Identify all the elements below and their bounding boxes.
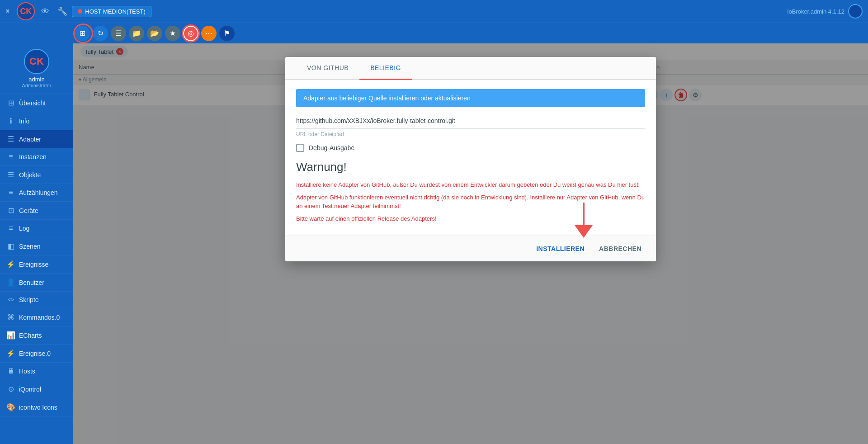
benutzer-icon: 👤 xyxy=(6,278,15,287)
toolbar-folder-btn[interactable]: 📁 xyxy=(129,26,144,41)
main-area: fully Tablet × Name Installiert Verfügba… xyxy=(73,43,868,444)
app-logo: CK xyxy=(17,2,35,20)
sidebar-item-kommandos[interactable]: ⌘ Kommandos.0 xyxy=(0,308,73,326)
debug-label: Debug-Ausgabe xyxy=(309,144,354,151)
host-btn-label: HOST MEDION(TEST) xyxy=(85,8,145,15)
host-button[interactable]: HOST MEDION(TEST) xyxy=(72,6,151,17)
user-avatar-top[interactable] xyxy=(848,4,863,19)
admin-version-label: ioBroker.admin 4.1.12 xyxy=(788,8,844,15)
tab-beliebig[interactable]: BELIEBIG xyxy=(359,57,412,80)
sidebar-item-label: Benutzer xyxy=(19,279,44,286)
toolbar-circle-btn[interactable]: ◎ xyxy=(183,26,198,41)
echarts-icon: 📊 xyxy=(6,331,15,340)
objekte-icon: ☰ xyxy=(6,170,15,179)
sidebar-item-info[interactable]: ℹ Info xyxy=(0,112,73,130)
iqontrol-icon: ⊙ xyxy=(6,385,15,393)
sidebar-item-icontwo[interactable]: 🎨 icontwo Icons xyxy=(0,398,73,416)
toolbar-star-btn[interactable]: ★ xyxy=(165,26,180,41)
sidebar-role: Administrator xyxy=(22,83,52,88)
content-area: CK admin Administrator ⊞ Übersicht ℹ Inf… xyxy=(0,43,868,444)
sidebar-avatar: CK xyxy=(24,49,49,74)
toolbar-refresh-btn[interactable]: ↻ xyxy=(93,26,108,41)
sidebar-item-echarts[interactable]: 📊 ECharts xyxy=(0,326,73,345)
hosts-icon: 🖥 xyxy=(6,367,15,375)
sidebar-item-label: icontwo Icons xyxy=(19,404,57,411)
close-icon[interactable]: × xyxy=(5,7,9,15)
aufzahlungen-icon: ≡ xyxy=(6,189,15,197)
toolbar-flag-btn[interactable]: ⚑ xyxy=(219,26,235,41)
modal-backdrop: VON GITHUB BELIEBIG Adapter aus beliebig… xyxy=(73,43,868,444)
debug-checkbox[interactable] xyxy=(296,144,304,152)
url-placeholder-label: URL oder Dateipfad xyxy=(296,131,645,137)
sidebar-username: admin xyxy=(28,76,44,83)
sidebar-item-szenen[interactable]: ◧ Szenen xyxy=(0,237,73,255)
kommandos-icon: ⌘ xyxy=(6,313,15,321)
top-bar-right: ioBroker.admin 4.1.12 xyxy=(788,4,863,19)
sidebar-item-label: Info xyxy=(19,118,29,125)
sidebar-item-label: Objekte xyxy=(19,171,41,179)
log-icon: ≡ xyxy=(6,224,15,232)
toolbar-folder2-btn[interactable]: 📂 xyxy=(147,26,162,41)
info-banner: Adapter aus beliebiger Quelle installier… xyxy=(296,89,645,107)
warning-line-1: Installiere keine Adapter von GitHub, au… xyxy=(296,180,645,189)
sidebar-item-skripte[interactable]: <> Skripte xyxy=(0,292,73,308)
sidebar-item-hosts[interactable]: 🖥 Hosts xyxy=(0,363,73,380)
adapter-icon: ☰ xyxy=(6,135,15,143)
sidebar-item-label: Szenen xyxy=(19,243,40,250)
modal-body: Adapter aus beliebiger Quelle installier… xyxy=(285,80,656,236)
sidebar-item-benutzer[interactable]: 👤 Benutzer xyxy=(0,274,73,292)
sidebar-item-ereignisse[interactable]: ⚡ Ereignisse xyxy=(0,255,73,274)
sidebar: CK admin Administrator ⊞ Übersicht ℹ Inf… xyxy=(0,43,73,444)
sidebar-item-label: iQontrol xyxy=(19,386,41,393)
skripte-icon: <> xyxy=(6,297,15,303)
warning-title: Warnung! xyxy=(296,160,645,174)
sidebar-item-label: ECharts xyxy=(19,332,42,339)
toolbar-home-btn[interactable]: ⊞ xyxy=(75,26,90,41)
debug-checkbox-row: Debug-Ausgabe xyxy=(296,144,645,152)
szenen-icon: ◧ xyxy=(6,242,15,250)
modal-tabs: VON GITHUB BELIEBIG xyxy=(285,57,656,80)
sidebar-item-adapter[interactable]: ☰ Adapter xyxy=(0,130,73,148)
ereignisse0-icon: ⚡ xyxy=(6,349,15,358)
warning-line-3: Bitte warte auf einen offiziellen Releas… xyxy=(296,214,645,223)
warning-line-2: Adapter von GitHub funktionieren eventue… xyxy=(296,193,645,211)
sidebar-item-label: Hosts xyxy=(19,368,35,375)
toolbar-list-btn[interactable]: ☰ xyxy=(111,26,126,41)
sidebar-item-ubersicht[interactable]: ⊞ Übersicht xyxy=(0,94,73,112)
install-button[interactable]: INSTALLIEREN xyxy=(531,241,590,256)
second-toolbar: ⊞ ↻ ☰ 📁 📂 ★ ◎ ⋯ ⚑ xyxy=(0,23,868,43)
sidebar-user: CK admin Administrator xyxy=(0,43,73,94)
icontwo-icon: 🎨 xyxy=(6,403,15,411)
ubersicht-icon: ⊞ xyxy=(6,99,15,107)
host-status-dot xyxy=(78,9,82,14)
sidebar-item-label: Geräte xyxy=(19,207,38,214)
sidebar-item-objekte[interactable]: ☰ Objekte xyxy=(0,166,73,184)
info-icon: ℹ xyxy=(6,117,15,125)
top-bar-icons: 👁 🔧 xyxy=(41,6,67,16)
sidebar-item-label: Aufzählungen xyxy=(19,189,58,196)
eye-icon[interactable]: 👁 xyxy=(41,7,49,16)
toolbar-dots-btn[interactable]: ⋯ xyxy=(201,26,217,41)
instanzen-icon: ≡ xyxy=(6,153,15,161)
url-input[interactable] xyxy=(296,115,645,126)
sidebar-item-label: Übersicht xyxy=(19,99,46,107)
sidebar-item-log[interactable]: ≡ Log xyxy=(0,220,73,237)
sidebar-item-label: Skripte xyxy=(19,296,39,303)
wrench-icon[interactable]: 🔧 xyxy=(57,6,67,16)
tab-von-github[interactable]: VON GITHUB xyxy=(296,57,359,80)
sidebar-item-aufzahlungen[interactable]: ≡ Aufzählungen xyxy=(0,184,73,202)
sidebar-item-label: Ereignise.0 xyxy=(19,350,51,357)
cancel-button[interactable]: ABBRECHEN xyxy=(594,241,647,256)
modal-footer: INSTALLIEREN ABBRECHEN xyxy=(285,236,656,261)
sidebar-item-label: Adapter xyxy=(19,136,41,143)
sidebar-item-label: Ereignisse xyxy=(19,261,48,268)
sidebar-item-instanzen[interactable]: ≡ Instanzen xyxy=(0,148,73,166)
sidebar-item-iqontrol[interactable]: ⊙ iQontrol xyxy=(0,380,73,398)
sidebar-item-label: Instanzen xyxy=(19,153,47,161)
sidebar-item-gerate[interactable]: ⊡ Geräte xyxy=(0,202,73,220)
top-bar: × CK 👁 🔧 HOST MEDION(TEST) ioBroker.admi… xyxy=(0,0,868,23)
sidebar-item-label: Log xyxy=(19,225,29,232)
sidebar-item-label: Kommandos.0 xyxy=(19,314,60,321)
sidebar-item-ereignisse0[interactable]: ⚡ Ereignise.0 xyxy=(0,345,73,363)
url-input-wrapper[interactable] xyxy=(296,115,645,128)
